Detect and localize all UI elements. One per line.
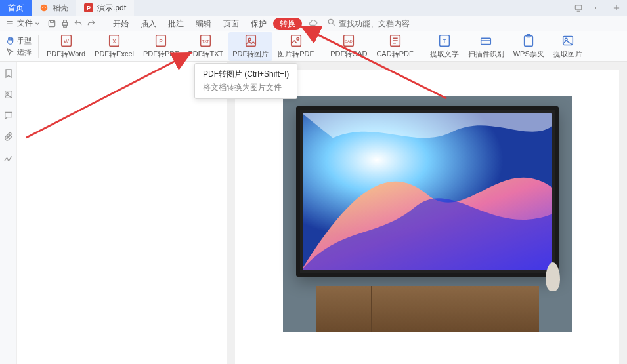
cad2-icon: [388, 33, 402, 48]
cursor-icon: [5, 47, 14, 56]
svg-point-31: [6, 92, 8, 94]
pdf-to-cad-button[interactable]: CADPDF转CAD: [326, 32, 371, 61]
menu-edit[interactable]: 编辑: [190, 16, 217, 31]
select-tool-label: 选择: [17, 47, 32, 57]
menu-protect[interactable]: 保护: [246, 16, 272, 31]
extract-text-icon: T: [437, 33, 452, 48]
app-menu-icon[interactable]: [4, 18, 16, 30]
svg-rect-16: [246, 35, 255, 47]
scan-ocr-button[interactable]: 扫描件识别: [464, 32, 508, 61]
left-rail: [0, 62, 17, 364]
tooltip-pdf-to-image: PDF转图片 (Ctrl+Shift+I) 将文档转换为图片文件: [194, 63, 297, 99]
comment-icon[interactable]: [3, 110, 14, 121]
tab-shell[interactable]: 稻壳: [32, 0, 76, 16]
hand-tool-label: 手型: [17, 36, 32, 46]
svg-text:P: P: [159, 39, 163, 45]
print-icon[interactable]: [59, 18, 71, 30]
pdf-to-image-button[interactable]: PDF转图片: [228, 32, 272, 61]
svg-rect-25: [481, 38, 491, 44]
pdf-to-txt-button[interactable]: TXTPDF转TXT: [184, 32, 227, 61]
vase-decor: [546, 262, 560, 291]
cad-to-pdf-label: CAD转PDF: [376, 49, 413, 59]
svg-text:CAD: CAD: [345, 39, 353, 43]
extract-text-label: 提取文字: [430, 49, 459, 59]
pdf-to-excel-label: PDF转Excel: [95, 49, 134, 59]
page-canvas[interactable]: [235, 70, 619, 364]
pdf-to-ppt-button[interactable]: PPDF转PPT: [139, 32, 183, 61]
tv-frame: [296, 106, 559, 277]
file-menu-label: 文件: [17, 18, 33, 29]
svg-point-7: [328, 19, 333, 24]
file-menu[interactable]: 文件: [17, 18, 45, 29]
svg-rect-6: [64, 25, 67, 27]
extract-image-button[interactable]: 提取图片: [550, 32, 586, 61]
pdf-to-cad-label: PDF转CAD: [330, 49, 367, 59]
extract-text-button[interactable]: T提取文字: [426, 32, 463, 61]
svg-rect-2: [49, 20, 54, 26]
search-area: [327, 18, 431, 29]
window-tabstrip: 首页 稻壳 P 演示.pdf: [0, 0, 627, 16]
image-to-pdf-label: 图片转PDF: [278, 49, 314, 59]
search-icon[interactable]: [327, 18, 336, 29]
svg-text:W: W: [64, 39, 69, 45]
hand-icon: [5, 36, 14, 45]
content-area: [17, 62, 627, 364]
close-tab-icon[interactable]: [590, 3, 601, 13]
separator: [422, 35, 422, 58]
pdf-to-word-button[interactable]: WPDF转Word: [43, 32, 89, 61]
tooltip-title: PDF转图片 (Ctrl+Shift+I): [203, 69, 289, 80]
undo-icon[interactable]: [72, 18, 84, 30]
redo-icon[interactable]: [85, 18, 97, 30]
bookmark-icon[interactable]: [3, 68, 14, 79]
tv-cabinet: [316, 286, 539, 332]
excel-icon: X: [107, 33, 121, 48]
menu-convert[interactable]: 转换: [273, 18, 302, 30]
save-icon[interactable]: [46, 18, 58, 30]
attachment-icon[interactable]: [3, 131, 14, 142]
svg-rect-18: [291, 35, 301, 47]
image-to-pdf-button[interactable]: 图片转PDF: [274, 32, 318, 61]
select-tool[interactable]: 选择: [5, 47, 32, 57]
svg-rect-5: [64, 20, 67, 22]
search-input[interactable]: [339, 19, 431, 28]
tab-home[interactable]: 首页: [0, 0, 32, 16]
pdf-to-excel-button[interactable]: XPDF转Excel: [91, 32, 138, 61]
menu-page[interactable]: 页面: [218, 16, 244, 31]
svg-text:X: X: [112, 39, 116, 45]
tv-screen: [303, 113, 552, 270]
cad-icon: CAD: [341, 33, 356, 48]
txt-icon: TXT: [198, 33, 213, 48]
wps-form-button[interactable]: WPS票夹: [509, 32, 548, 61]
svg-rect-4: [63, 22, 68, 25]
ppt-icon: P: [154, 33, 168, 48]
wps-form-label: WPS票夹: [513, 49, 544, 59]
chevron-down-icon: [34, 20, 41, 27]
menu-annotate[interactable]: 批注: [163, 16, 189, 31]
scanner-icon: [479, 33, 493, 48]
feedback-icon[interactable]: [573, 3, 584, 13]
img-pdf-icon: [289, 33, 303, 48]
tab-document[interactable]: P 演示.pdf: [76, 0, 134, 16]
svg-point-0: [41, 5, 48, 12]
signature-icon[interactable]: [3, 152, 14, 163]
extract-image-label: 提取图片: [553, 49, 582, 59]
svg-rect-1: [575, 5, 581, 10]
menu-insert[interactable]: 插入: [135, 16, 162, 31]
tooltip-description: 将文档转换为图片文件: [203, 82, 289, 93]
tab-document-label: 演示.pdf: [97, 3, 126, 14]
thumbnail-panel[interactable]: [17, 62, 227, 364]
new-tab-icon[interactable]: [611, 3, 622, 13]
hand-tool[interactable]: 手型: [5, 36, 32, 46]
tool-mode-column: 手型 选择: [3, 36, 34, 57]
cad-to-pdf-button[interactable]: CAD转PDF: [372, 32, 417, 61]
separator: [322, 35, 322, 58]
thumbnail-icon[interactable]: [3, 89, 14, 100]
pdf-to-ppt-label: PDF转PPT: [143, 49, 179, 59]
image-icon: [244, 33, 258, 48]
word-icon: W: [59, 33, 74, 48]
svg-rect-3: [51, 20, 54, 22]
clip-icon: [521, 33, 536, 48]
cloud-icon[interactable]: [307, 18, 319, 30]
pdf-file-icon: P: [84, 3, 93, 12]
menu-start[interactable]: 开始: [108, 16, 134, 31]
